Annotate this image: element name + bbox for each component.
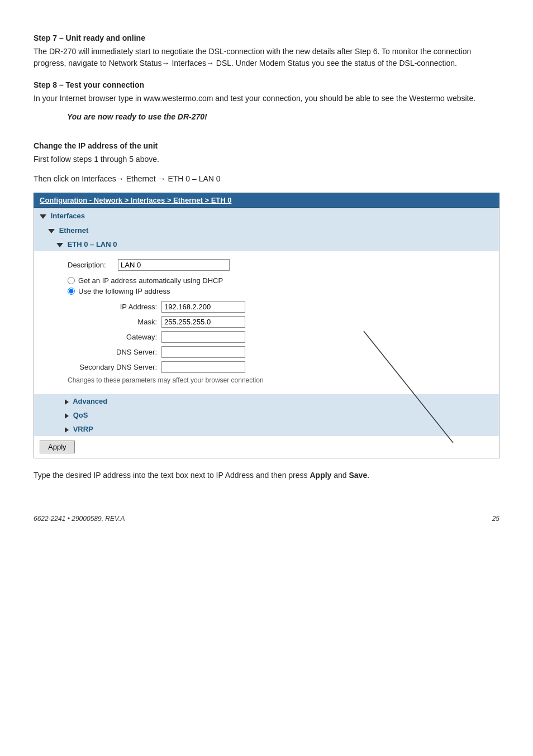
radio-dhcp-row: Get an IP address automatically using DH… xyxy=(68,276,488,285)
mask-label: Mask: xyxy=(68,318,157,326)
step8-heading: Step 8 – Test your connection xyxy=(34,80,499,89)
tree-ethernet-row[interactable]: Ethernet xyxy=(34,223,499,237)
advanced-label: Advanced xyxy=(73,397,107,405)
vrrp-row[interactable]: VRRP xyxy=(34,422,499,436)
gateway-row: Gateway: xyxy=(68,331,488,343)
secondary-dns-label: Secondary DNS Server: xyxy=(68,363,157,371)
ready-text: You are now ready to use the DR-270! xyxy=(67,112,499,121)
ip-label: IP Address: xyxy=(68,303,157,311)
change-ip-heading: Change the IP address of the unit xyxy=(34,141,499,150)
step7-heading: Step 7 – Unit ready and online xyxy=(34,34,499,42)
dns-row: DNS Server: xyxy=(68,346,488,358)
page-content: Step 7 – Unit ready and online The DR-27… xyxy=(34,34,499,523)
bottom-text: Type the desired IP address into the tex… xyxy=(34,470,499,481)
radio-dhcp-label: Get an IP address automatically using DH… xyxy=(78,276,223,285)
vrrp-expand-icon xyxy=(65,427,69,433)
radio-dhcp[interactable] xyxy=(68,277,75,284)
advanced-expand-icon xyxy=(65,399,69,405)
footer: 6622-2241 • 29000589, REV.A 25 xyxy=(34,515,499,523)
nav-label: Configuration - Network > Interfaces > E… xyxy=(40,196,231,204)
description-input[interactable] xyxy=(118,259,230,271)
mask-input[interactable] xyxy=(161,316,245,328)
eth0-collapse-icon xyxy=(56,243,63,247)
config-panel: Interfaces Ethernet ETH 0 – LAN 0 Descri… xyxy=(34,208,499,458)
mask-row: Mask: xyxy=(68,316,488,328)
advanced-row[interactable]: Advanced xyxy=(34,394,499,408)
dns-input[interactable] xyxy=(161,346,245,358)
ethernet-label: Ethernet xyxy=(59,226,89,235)
form-area: Description: Get an IP address automatic… xyxy=(34,251,499,394)
tree-interfaces-row[interactable]: Interfaces xyxy=(34,208,499,223)
secondary-dns-input[interactable] xyxy=(161,361,245,373)
qos-row[interactable]: QoS xyxy=(34,408,499,422)
tree-eth0-row[interactable]: ETH 0 – LAN 0 xyxy=(34,237,499,251)
footer-left: 6622-2241 • 29000589, REV.A xyxy=(34,515,125,523)
form-note: Changes to these parameters may affect y… xyxy=(68,376,488,384)
gateway-input[interactable] xyxy=(161,331,245,343)
radio-static-row: Use the following IP address xyxy=(68,287,488,295)
qos-expand-icon xyxy=(65,413,69,419)
dns-label: DNS Server: xyxy=(68,348,157,356)
step7-body: The DR-270 will immediately start to neg… xyxy=(34,46,499,69)
ip-row: IP Address: xyxy=(68,301,488,313)
step8-body: In your Internet browser type in www.wes… xyxy=(34,93,499,104)
eth0-label: ETH 0 – LAN 0 xyxy=(68,240,117,248)
change-ip-line1: First follow steps 1 through 5 above. xyxy=(34,154,499,165)
change-ip-line2: Then click on Interfaces→ Ethernet → ETH… xyxy=(34,173,499,185)
gateway-label: Gateway: xyxy=(68,333,157,341)
vrrp-label: VRRP xyxy=(73,425,93,433)
apply-row: Apply xyxy=(34,436,499,458)
bottom-text-main: Type the desired IP address into the tex… xyxy=(34,471,310,480)
interfaces-collapse-icon xyxy=(40,214,46,219)
description-row: Description: xyxy=(68,259,488,271)
ethernet-collapse-icon xyxy=(48,229,55,233)
radio-static-label: Use the following IP address xyxy=(78,287,170,295)
qos-label: QoS xyxy=(73,411,88,419)
bottom-period: . xyxy=(367,471,369,480)
apply-button[interactable]: Apply xyxy=(40,441,75,453)
ip-input[interactable] xyxy=(161,301,245,313)
nav-bar: Configuration - Network > Interfaces > E… xyxy=(34,193,499,208)
bottom-bold-save: Save xyxy=(349,471,368,480)
description-label: Description: xyxy=(68,261,118,269)
footer-right: 25 xyxy=(492,515,499,523)
bottom-bold-apply: Apply xyxy=(310,471,331,480)
radio-static[interactable] xyxy=(68,288,75,295)
bottom-and: and xyxy=(331,471,349,480)
interfaces-label: Interfaces xyxy=(51,212,85,220)
secondary-dns-row: Secondary DNS Server: xyxy=(68,361,488,373)
